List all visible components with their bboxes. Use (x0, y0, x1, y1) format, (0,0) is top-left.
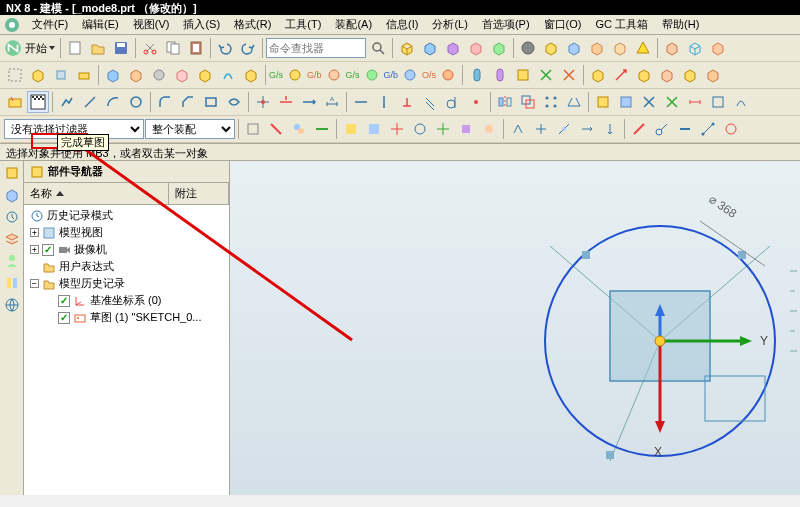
col-note[interactable]: 附注 (169, 183, 229, 204)
menu-info[interactable]: 信息(I) (380, 15, 424, 34)
redo-icon[interactable] (237, 37, 259, 59)
tb2-icon-10[interactable] (217, 64, 239, 86)
tb4-icon-2[interactable] (265, 118, 287, 140)
open-file-icon[interactable] (87, 37, 109, 59)
tree-model-views[interactable]: + 模型视图 (26, 224, 227, 241)
tb3-extend-icon[interactable] (298, 91, 320, 113)
menu-edit[interactable]: 编辑(E) (76, 15, 125, 34)
tb3-con-tan-icon[interactable] (442, 91, 464, 113)
tree-model-history[interactable]: − 模型历史记录 (26, 275, 227, 292)
menu-insert[interactable]: 插入(S) (177, 15, 226, 34)
tb3-icon-d[interactable] (661, 91, 683, 113)
tb3-point-icon[interactable] (252, 91, 274, 113)
menu-prefs[interactable]: 首选项(P) (476, 15, 536, 34)
box-icon-2[interactable] (419, 37, 441, 59)
tb2-icon-5[interactable] (102, 64, 124, 86)
tb2-icon-17[interactable] (587, 64, 609, 86)
tb4-icon-15[interactable] (576, 118, 598, 140)
tb4-icon-10[interactable] (455, 118, 477, 140)
tb4-icon-7[interactable] (386, 118, 408, 140)
tb3-icon-g[interactable] (730, 91, 752, 113)
box-icon-3[interactable] (442, 37, 464, 59)
collapse-icon[interactable]: − (30, 279, 39, 288)
expand-icon[interactable]: + (30, 228, 39, 237)
tb2-gs-1[interactable] (284, 64, 306, 86)
box-icon-7[interactable] (563, 37, 585, 59)
command-finder-input[interactable] (266, 38, 366, 58)
tb2-icon-19[interactable] (633, 64, 655, 86)
lp-nav-icon[interactable] (2, 163, 22, 183)
tb4-icon-14[interactable] (553, 118, 575, 140)
menu-analyze[interactable]: 分析(L) (426, 15, 473, 34)
new-file-icon[interactable] (64, 37, 86, 59)
tb4-icon-21[interactable] (720, 118, 742, 140)
tb4-icon-19[interactable] (674, 118, 696, 140)
lp-asm-icon[interactable] (2, 185, 22, 205)
tb3-trim-icon[interactable] (275, 91, 297, 113)
tb2-icon-15[interactable] (535, 64, 557, 86)
tb3-mirror-icon[interactable] (494, 91, 516, 113)
menu-file[interactable]: 文件(F) (26, 15, 74, 34)
tb4-icon-18[interactable] (651, 118, 673, 140)
tb2-icon-1[interactable] (4, 64, 26, 86)
expand-icon[interactable]: + (30, 245, 39, 254)
tb3-dim-icon[interactable]: A (321, 91, 343, 113)
tb3-line-icon[interactable] (79, 91, 101, 113)
menu-help[interactable]: 帮助(H) (656, 15, 705, 34)
box-icon-9[interactable] (609, 37, 631, 59)
tb2-icon-22[interactable] (702, 64, 724, 86)
checkbox-checked-icon[interactable]: ✓ (58, 295, 70, 307)
tb2-gb-1[interactable] (323, 64, 345, 86)
tb4-icon-6[interactable] (363, 118, 385, 140)
tree-user-expr[interactable]: 用户表达式 (26, 258, 227, 275)
tb3-con-par-icon[interactable] (419, 91, 441, 113)
lp-hist-icon[interactable] (2, 207, 22, 227)
tb2-icon-7[interactable] (148, 64, 170, 86)
tb2-os[interactable] (437, 64, 459, 86)
menu-assembly[interactable]: 装配(A) (329, 15, 378, 34)
tb4-icon-17[interactable] (628, 118, 650, 140)
lp-role-icon[interactable] (2, 251, 22, 271)
menu-tools[interactable]: 工具(T) (279, 15, 327, 34)
save-icon[interactable] (110, 37, 132, 59)
tb4-icon-12[interactable] (507, 118, 529, 140)
copy-icon[interactable] (162, 37, 184, 59)
menu-window[interactable]: 窗口(O) (538, 15, 588, 34)
tb3-sketch-icon[interactable] (4, 91, 26, 113)
tb2-icon-12[interactable] (466, 64, 488, 86)
menu-format[interactable]: 格式(R) (228, 15, 277, 34)
tb3-circle-icon[interactable] (125, 91, 147, 113)
tb3-project-icon[interactable] (563, 91, 585, 113)
box-icon-8[interactable] (586, 37, 608, 59)
menu-view[interactable]: 视图(V) (127, 15, 176, 34)
box-icon-10[interactable] (661, 37, 683, 59)
tb3-finish-sketch-icon[interactable] (27, 91, 49, 113)
tb4-icon-20[interactable] (697, 118, 719, 140)
lp-layer-icon[interactable] (2, 229, 22, 249)
warn-icon[interactable] (632, 37, 654, 59)
tb3-icon-e[interactable] (684, 91, 706, 113)
lp-lib-icon[interactable] (2, 273, 22, 293)
tb3-arc-icon[interactable] (102, 91, 124, 113)
tb4-icon-9[interactable] (432, 118, 454, 140)
tree-history-mode[interactable]: 历史记录模式 (26, 207, 227, 224)
tb3-icon-c[interactable] (638, 91, 660, 113)
tb2-icon-21[interactable] (679, 64, 701, 86)
box-icon-1[interactable] (396, 37, 418, 59)
tb3-fillet-icon[interactable] (154, 91, 176, 113)
paste-icon[interactable] (185, 37, 207, 59)
box-icon-4[interactable] (465, 37, 487, 59)
start-dropdown[interactable]: 开始 (23, 41, 57, 56)
cut-icon[interactable] (139, 37, 161, 59)
tb3-con-coin-icon[interactable] (465, 91, 487, 113)
graphics-canvas[interactable]: ⌀ 368 Y X (230, 161, 800, 495)
sphere-icon-1[interactable] (517, 37, 539, 59)
tb4-icon-11[interactable] (478, 118, 500, 140)
assembly-combo[interactable]: 整个装配 (145, 119, 235, 139)
tb3-offset-icon[interactable] (517, 91, 539, 113)
tb2-icon-20[interactable] (656, 64, 678, 86)
tb3-rect-icon[interactable] (200, 91, 222, 113)
undo-icon[interactable] (214, 37, 236, 59)
tb4-icon-5[interactable] (340, 118, 362, 140)
tb4-icon-3[interactable] (288, 118, 310, 140)
